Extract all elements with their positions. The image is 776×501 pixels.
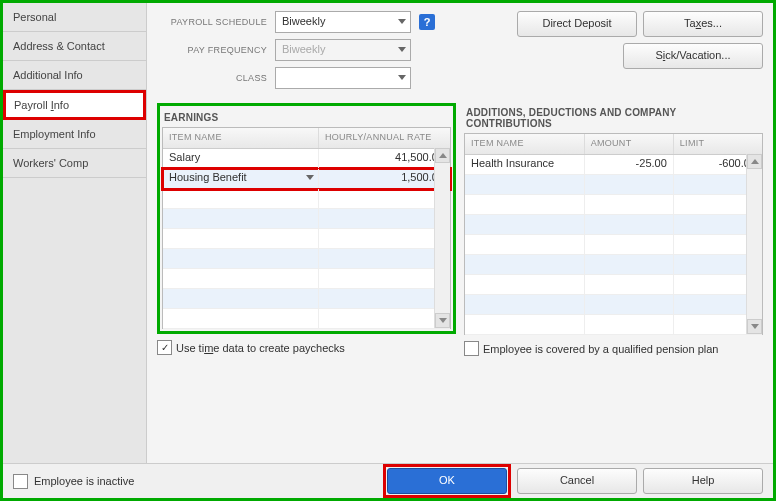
cell-amount[interactable]: -25.00 xyxy=(585,155,674,174)
sidebar-item-additional[interactable]: Additional Info xyxy=(3,61,146,90)
pension-plan-checkbox[interactable] xyxy=(464,341,479,356)
cell-item[interactable]: Housing Benefit xyxy=(163,169,319,188)
col-rate: HOURLY/ANNUAL RATE xyxy=(319,128,450,148)
table-row[interactable] xyxy=(465,295,762,315)
table-row[interactable] xyxy=(465,175,762,195)
chevron-down-icon xyxy=(398,19,406,24)
table-row[interactable] xyxy=(465,315,762,335)
scroll-down-button[interactable] xyxy=(435,313,450,328)
earnings-grid: ITEM NAME HOURLY/ANNUAL RATE Salary 41,5… xyxy=(162,127,451,329)
table-row[interactable] xyxy=(163,289,450,309)
scrollbar[interactable] xyxy=(746,154,762,334)
sidebar-item-address[interactable]: Address & Contact xyxy=(3,32,146,61)
chevron-down-icon xyxy=(751,324,759,329)
label-pay-frequency: PAY FREQUENCY xyxy=(157,45,267,55)
help-button[interactable]: Help xyxy=(643,468,763,494)
table-row[interactable] xyxy=(163,229,450,249)
scroll-down-button[interactable] xyxy=(747,319,762,334)
label-payroll-schedule: PAYROLL SCHEDULE xyxy=(157,17,267,27)
footer: Employee is inactive OK Cancel Help xyxy=(3,463,773,498)
use-time-data-checkbox[interactable]: ✓ xyxy=(157,340,172,355)
table-row[interactable]: Housing Benefit 1,500.00 xyxy=(163,169,450,189)
chevron-up-icon xyxy=(439,153,447,158)
chevron-down-icon xyxy=(439,318,447,323)
cell-item[interactable]: Health Insurance xyxy=(465,155,585,174)
table-row[interactable] xyxy=(465,195,762,215)
scroll-up-button[interactable] xyxy=(435,148,450,163)
cancel-button[interactable]: Cancel xyxy=(517,468,637,494)
taxes-button[interactable]: Taxes... xyxy=(643,11,763,37)
scrollbar[interactable] xyxy=(434,148,450,328)
cell-item[interactable]: Salary xyxy=(163,149,319,168)
col-limit: LIMIT xyxy=(674,134,762,154)
employee-inactive-label: Employee is inactive xyxy=(34,475,134,487)
pension-plan-label: Employee is covered by a qualified pensi… xyxy=(483,343,718,355)
sidebar-item-personal[interactable]: Personal xyxy=(3,3,146,32)
table-row[interactable] xyxy=(163,309,450,329)
col-amount: AMOUNT xyxy=(585,134,674,154)
adc-title: ADDITIONS, DEDUCTIONS AND COMPANY CONTRI… xyxy=(464,103,763,133)
ok-button[interactable]: OK xyxy=(387,468,507,494)
table-row[interactable]: Health Insurance -25.00 -600.00 xyxy=(465,155,762,175)
direct-deposit-button[interactable]: Direct Deposit xyxy=(517,11,637,37)
table-row[interactable] xyxy=(465,275,762,295)
sidebar-item-employment[interactable]: Employment Info xyxy=(3,120,146,149)
adc-grid: ITEM NAME AMOUNT LIMIT Health Insurance … xyxy=(464,133,763,335)
chevron-down-icon[interactable] xyxy=(306,175,314,180)
table-row[interactable] xyxy=(163,249,450,269)
sidebar-item-workers-comp[interactable]: Workers' Comp xyxy=(3,149,146,178)
label-class: CLASS xyxy=(157,73,267,83)
earnings-title: EARNINGS xyxy=(162,108,451,127)
col-item-name: ITEM NAME xyxy=(465,134,585,154)
class-select[interactable] xyxy=(275,67,411,89)
table-row[interactable]: Salary 41,500.00 xyxy=(163,149,450,169)
sick-vacation-button[interactable]: Sick/Vacation... xyxy=(623,43,763,69)
table-row[interactable] xyxy=(465,215,762,235)
chevron-up-icon xyxy=(751,159,759,164)
table-row[interactable] xyxy=(465,255,762,275)
table-row[interactable] xyxy=(163,209,450,229)
sidebar-item-payroll-info[interactable]: Payroll Info xyxy=(3,90,146,120)
chevron-down-icon xyxy=(398,47,406,52)
pay-frequency-select: Biweekly xyxy=(275,39,411,61)
sidebar: Personal Address & Contact Additional In… xyxy=(3,3,147,463)
chevron-down-icon xyxy=(398,75,406,80)
employee-inactive-checkbox[interactable] xyxy=(13,474,28,489)
cell-rate[interactable]: 1,500.00 xyxy=(319,169,450,188)
payroll-schedule-select[interactable]: Biweekly xyxy=(275,11,411,33)
main-panel: PAYROLL SCHEDULE Biweekly ? PAY FREQUENC… xyxy=(147,3,773,463)
table-row[interactable] xyxy=(163,189,450,209)
help-icon[interactable]: ? xyxy=(419,14,435,30)
table-row[interactable] xyxy=(163,269,450,289)
col-item-name: ITEM NAME xyxy=(163,128,319,148)
scroll-up-button[interactable] xyxy=(747,154,762,169)
table-row[interactable] xyxy=(465,235,762,255)
use-time-data-label: Use time data to create paychecks xyxy=(176,342,345,354)
cell-rate[interactable]: 41,500.00 xyxy=(319,149,450,168)
